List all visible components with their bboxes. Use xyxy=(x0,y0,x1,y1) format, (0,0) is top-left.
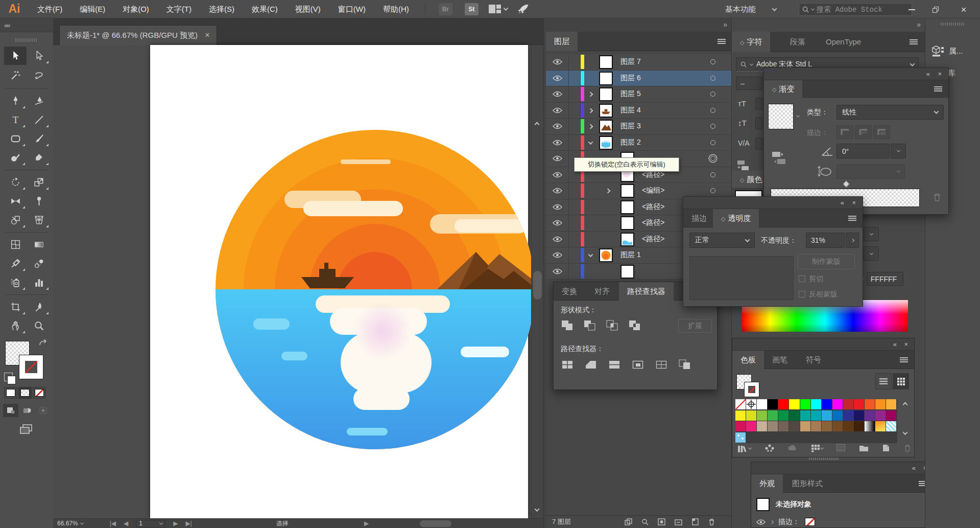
width-tool[interactable] xyxy=(4,192,27,210)
paintbrush-tool[interactable] xyxy=(28,129,50,148)
swatch-39b54a[interactable] xyxy=(768,410,778,421)
eye-icon[interactable] xyxy=(553,155,562,162)
swatch-29abe2[interactable] xyxy=(822,410,832,421)
menu-item-7[interactable]: 窗口(W) xyxy=(329,0,374,18)
layer-row-图层 5[interactable]: 图层 5 xyxy=(546,86,732,103)
share-rocket-icon[interactable] xyxy=(517,3,530,16)
pen-tool[interactable] xyxy=(4,91,27,110)
swatch-0071bc[interactable] xyxy=(832,410,843,421)
layer-thumbnail[interactable] xyxy=(599,72,613,85)
tab-pathfinder[interactable]: 路径查找器 xyxy=(619,282,674,301)
shaper-tool[interactable] xyxy=(4,148,27,167)
tab-close-icon[interactable]: × xyxy=(205,31,209,40)
color-dropdown[interactable] xyxy=(864,227,879,241)
toolbar-grip[interactable] xyxy=(15,38,38,42)
reverse-gradient-icon[interactable] xyxy=(771,150,788,166)
gradient-preset-chevron-icon[interactable] xyxy=(796,114,800,118)
layer-name[interactable]: <编组> xyxy=(642,186,664,195)
menu-item-0[interactable]: 文件(F) xyxy=(29,0,71,18)
layer-thumbnail[interactable] xyxy=(620,184,634,198)
swatch-libraries-icon[interactable] xyxy=(737,445,751,453)
target-circle[interactable] xyxy=(710,76,715,81)
target-circle[interactable] xyxy=(710,172,715,177)
layer-name[interactable]: 图层 3 xyxy=(620,122,641,131)
eye-icon[interactable] xyxy=(553,236,562,242)
tab-appearance[interactable]: 外观 xyxy=(751,474,783,493)
layer-name[interactable]: <路径> xyxy=(642,202,664,212)
gradient-tool[interactable] xyxy=(28,235,50,254)
menu-item-5[interactable]: 效果(C) xyxy=(243,0,286,18)
swatch-603813[interactable] xyxy=(843,421,854,432)
close-button[interactable]: × xyxy=(956,4,971,15)
close-panel-icon[interactable]: × xyxy=(938,70,942,78)
status-expand-icon[interactable]: ▶ xyxy=(364,520,369,527)
swatch-f7931e[interactable] xyxy=(875,399,886,410)
clipping-mask-icon[interactable] xyxy=(658,518,665,525)
eye-icon[interactable] xyxy=(553,220,562,226)
font-style-field[interactable]: – xyxy=(736,77,762,90)
intersect-button[interactable] xyxy=(604,319,621,332)
layer-row-图层 4[interactable]: 图层 4 xyxy=(546,103,732,119)
swatch-ffff00[interactable] xyxy=(789,399,800,410)
swatch-736357[interactable] xyxy=(778,421,789,432)
minimize-button[interactable] xyxy=(904,4,919,15)
appearance-stroke-row[interactable]: 描边： xyxy=(756,517,815,526)
collect-for-export-icon[interactable] xyxy=(625,518,632,525)
swatch-8cc63f[interactable] xyxy=(757,410,768,421)
swatch-scroll-up-icon[interactable] xyxy=(903,402,908,407)
line-segment-tool[interactable] xyxy=(28,110,50,129)
gradient-mode-button[interactable] xyxy=(18,387,32,399)
layer-thumbnail[interactable] xyxy=(599,104,613,118)
visibility-toggle[interactable] xyxy=(546,183,569,199)
zoom-level-dropdown[interactable]: 66.67% xyxy=(57,520,83,527)
color-dropdown[interactable] xyxy=(864,246,879,261)
eye-icon[interactable] xyxy=(553,107,562,113)
layer-thumbnail[interactable] xyxy=(599,55,613,69)
layer-thumbnail[interactable] xyxy=(620,233,634,246)
curvature-tool[interactable] xyxy=(28,91,50,110)
expand-icon[interactable] xyxy=(588,124,593,129)
list-view-button[interactable] xyxy=(875,373,892,389)
swatch-pblue[interactable] xyxy=(886,421,897,432)
tab-layers[interactable]: 图层 xyxy=(546,32,578,51)
swatch-00a7b5[interactable] xyxy=(811,410,822,421)
new-sublayer-icon[interactable] xyxy=(675,518,682,525)
swatch-d4145a[interactable] xyxy=(735,421,746,432)
eye-icon[interactable] xyxy=(553,204,562,210)
new-color-group-icon[interactable] xyxy=(859,444,869,453)
swatch-754c24[interactable] xyxy=(832,421,843,432)
swatch-93278f[interactable] xyxy=(875,410,886,421)
swatch-ff00ff[interactable] xyxy=(832,399,843,410)
stroke-color-swatch[interactable] xyxy=(19,355,43,379)
menu-item-8[interactable]: 帮助(H) xyxy=(374,0,418,18)
expand-icon[interactable] xyxy=(588,92,593,97)
swatch-ed1c24[interactable] xyxy=(854,399,865,410)
swatch-009245[interactable] xyxy=(778,410,789,421)
swatch-ed1e79[interactable] xyxy=(746,421,757,432)
lock-toggle[interactable] xyxy=(569,54,581,70)
eye-icon[interactable] xyxy=(553,123,562,129)
stock-search-input[interactable]: 搜索 Adobe Stock xyxy=(799,3,912,16)
menu-item-4[interactable]: 选择(S) xyxy=(200,0,243,18)
eye-icon[interactable] xyxy=(756,519,766,525)
hex-field[interactable]: # FFFFFF xyxy=(859,272,903,286)
layer-row-图层 3[interactable]: 图层 3 xyxy=(546,119,732,135)
menu-item-3[interactable]: 文字(T) xyxy=(158,0,200,18)
panel-menu-icon[interactable] xyxy=(900,357,908,362)
last-artboard-button[interactable]: ▶| xyxy=(186,520,192,527)
tab-graphic-styles[interactable]: 图形样式 xyxy=(784,474,831,493)
menu-item-1[interactable]: 编辑(E) xyxy=(71,0,114,18)
close-panel-icon[interactable]: × xyxy=(852,199,856,206)
magic-wand-tool[interactable] xyxy=(4,66,27,84)
new-swatch-icon[interactable] xyxy=(882,444,890,453)
gradient-preview-swatch[interactable] xyxy=(768,104,794,129)
lock-toggle[interactable] xyxy=(569,86,581,102)
tab-opentype[interactable]: OpenType xyxy=(818,32,869,52)
grid-view-button[interactable] xyxy=(893,373,909,389)
panel-menu-icon[interactable] xyxy=(718,39,726,44)
layer-name[interactable]: 图层 5 xyxy=(620,89,641,99)
eye-icon[interactable] xyxy=(553,252,562,258)
opacity-stepper[interactable] xyxy=(846,233,859,248)
artboard[interactable] xyxy=(150,45,528,518)
lock-toggle[interactable] xyxy=(569,232,581,247)
